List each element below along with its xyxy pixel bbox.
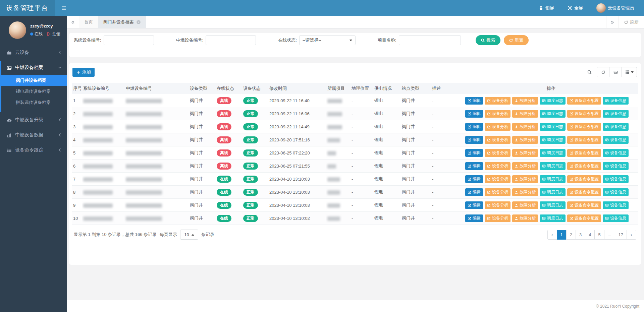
fault-analysis-button[interactable]: 故障分析 <box>512 188 538 196</box>
device-command-config-button[interactable]: 设备命令配置 <box>567 188 601 196</box>
page-button[interactable]: 4 <box>585 230 595 240</box>
tabs-scroll-left-button[interactable] <box>67 16 79 28</box>
device-analysis-button[interactable]: 设备分析 <box>485 149 511 157</box>
device-command-config-button[interactable]: 设备命令配置 <box>567 97 601 105</box>
device-info-button[interactable]: 设备信息 <box>603 136 629 144</box>
dispatch-log-button[interactable]: 调度日志 <box>540 188 566 196</box>
fault-analysis-button[interactable]: 故障分析 <box>512 175 538 183</box>
device-analysis-button[interactable]: 设备分析 <box>485 175 511 183</box>
tab-valve-well-archive[interactable]: 阀门井设备档案 <box>98 16 146 28</box>
add-button[interactable]: 添加 <box>72 68 95 77</box>
fault-analysis-button[interactable]: 故障分析 <box>512 162 538 170</box>
dispatch-log-button[interactable]: 调度日志 <box>540 214 566 222</box>
sidebar-item-1[interactable]: 中燃设备档案 <box>1 61 67 75</box>
device-info-button[interactable]: 设备信息 <box>603 162 629 170</box>
fault-analysis-button[interactable]: 故障分析 <box>512 214 538 222</box>
page-button[interactable]: 5 <box>594 230 604 240</box>
device-analysis-button[interactable]: 设备分析 <box>485 136 511 144</box>
logout-button[interactable]: 注销 <box>47 31 60 37</box>
device-info-button[interactable]: 设备信息 <box>603 201 629 209</box>
sidebar-item-0[interactable]: 云设备 <box>1 46 67 60</box>
edit-button[interactable]: 编辑 <box>465 214 483 222</box>
device-command-config-button[interactable]: 设备命令配置 <box>567 175 601 183</box>
dispatch-log-button[interactable]: 调度日志 <box>540 110 566 118</box>
sidebar-subitem[interactable]: 拼装远传设备档案 <box>1 97 67 108</box>
dispatch-log-button[interactable]: 调度日志 <box>540 175 566 183</box>
reset-button[interactable]: 重置 <box>504 35 529 45</box>
page-button[interactable]: 17 <box>615 230 627 240</box>
dispatch-log-button[interactable]: 调度日志 <box>540 97 566 105</box>
system-device-no-input[interactable] <box>104 35 154 45</box>
table-search-icon[interactable] <box>587 70 592 75</box>
fault-analysis-button[interactable]: 故障分析 <box>512 97 538 105</box>
online-status-select[interactable]: --请选择-- <box>299 35 356 45</box>
page-next-button[interactable]: › <box>627 230 636 240</box>
device-analysis-button[interactable]: 设备分析 <box>485 201 511 209</box>
sidebar-item-4[interactable]: 设备命令跟踪 <box>1 143 67 157</box>
edit-button[interactable]: 编辑 <box>465 162 483 170</box>
edit-button[interactable]: 编辑 <box>465 175 483 183</box>
edit-button[interactable]: 编辑 <box>465 97 483 105</box>
fault-analysis-button[interactable]: 故障分析 <box>512 123 538 131</box>
device-info-button[interactable]: 设备信息 <box>603 97 629 105</box>
table-toggle-view-button[interactable] <box>609 67 622 77</box>
refresh-tab-button[interactable]: 刷新 <box>618 16 644 28</box>
fault-analysis-button[interactable]: 故障分析 <box>512 149 538 157</box>
device-info-button[interactable]: 设备信息 <box>603 214 629 222</box>
device-command-config-button[interactable]: 设备命令配置 <box>567 110 601 118</box>
device-command-config-button[interactable]: 设备命令配置 <box>567 214 601 222</box>
device-analysis-button[interactable]: 设备分析 <box>485 188 511 196</box>
edit-button[interactable]: 编辑 <box>465 188 483 196</box>
edit-button[interactable]: 编辑 <box>465 123 483 131</box>
edit-button[interactable]: 编辑 <box>465 110 483 118</box>
sidebar-toggle-button[interactable] <box>55 0 73 16</box>
dispatch-log-button[interactable]: 调度日志 <box>540 162 566 170</box>
tabs-scroll-right-button[interactable] <box>606 16 618 28</box>
page-button[interactable]: 1 <box>557 230 567 240</box>
app-logo[interactable]: 设备管理平台 <box>0 0 55 16</box>
edit-button[interactable]: 编辑 <box>465 149 483 157</box>
sidebar-subitem[interactable]: 锂电远传设备档案 <box>1 86 67 97</box>
dispatch-log-button[interactable]: 调度日志 <box>540 136 566 144</box>
page-button[interactable]: 3 <box>576 230 585 240</box>
device-info-button[interactable]: 设备信息 <box>603 149 629 157</box>
dispatch-log-button[interactable]: 调度日志 <box>540 201 566 209</box>
table-columns-button[interactable] <box>622 67 637 77</box>
device-analysis-button[interactable]: 设备分析 <box>485 214 511 222</box>
device-info-button[interactable]: 设备信息 <box>603 110 629 118</box>
project-name-input[interactable] <box>399 35 461 45</box>
device-command-config-button[interactable]: 设备命令配置 <box>567 201 601 209</box>
page-button[interactable]: 2 <box>566 230 576 240</box>
edit-button[interactable]: 编辑 <box>465 136 483 144</box>
fault-analysis-button[interactable]: 故障分析 <box>512 201 538 209</box>
device-command-config-button[interactable]: 设备命令配置 <box>567 136 601 144</box>
user-menu[interactable]: 云设备管理员 <box>596 3 634 13</box>
tab-close-icon[interactable] <box>136 20 141 24</box>
device-info-button[interactable]: 设备信息 <box>603 123 629 131</box>
fault-analysis-button[interactable]: 故障分析 <box>512 136 538 144</box>
lock-screen-button[interactable]: 锁屏 <box>539 5 554 11</box>
sidebar-subitem[interactable]: 阀门井设备档案 <box>1 75 67 86</box>
device-command-config-button[interactable]: 设备命令配置 <box>567 149 601 157</box>
page-size-dropdown[interactable]: 10 <box>180 230 198 240</box>
zhongran-device-no-input[interactable] <box>206 35 256 45</box>
sidebar-item-3[interactable]: 中燃设备数据 <box>1 128 67 142</box>
fullscreen-button[interactable]: 全屏 <box>568 5 583 11</box>
tab-home[interactable]: 首页 <box>79 16 98 28</box>
sidebar-item-2[interactable]: 中燃设备升级 <box>1 113 67 127</box>
device-analysis-button[interactable]: 设备分析 <box>485 110 511 118</box>
dispatch-log-button[interactable]: 调度日志 <box>540 149 566 157</box>
device-analysis-button[interactable]: 设备分析 <box>485 97 511 105</box>
edit-button[interactable]: 编辑 <box>465 201 483 209</box>
device-analysis-button[interactable]: 设备分析 <box>485 162 511 170</box>
search-button[interactable]: 搜索 <box>476 35 500 45</box>
page-prev-button[interactable]: ‹ <box>547 230 557 240</box>
dispatch-log-button[interactable]: 调度日志 <box>540 123 566 131</box>
device-info-button[interactable]: 设备信息 <box>603 188 629 196</box>
device-command-config-button[interactable]: 设备命令配置 <box>567 162 601 170</box>
fault-analysis-button[interactable]: 故障分析 <box>512 110 538 118</box>
device-info-button[interactable]: 设备信息 <box>603 175 629 183</box>
device-analysis-button[interactable]: 设备分析 <box>485 123 511 131</box>
table-refresh-button[interactable] <box>597 67 609 77</box>
device-command-config-button[interactable]: 设备命令配置 <box>567 123 601 131</box>
